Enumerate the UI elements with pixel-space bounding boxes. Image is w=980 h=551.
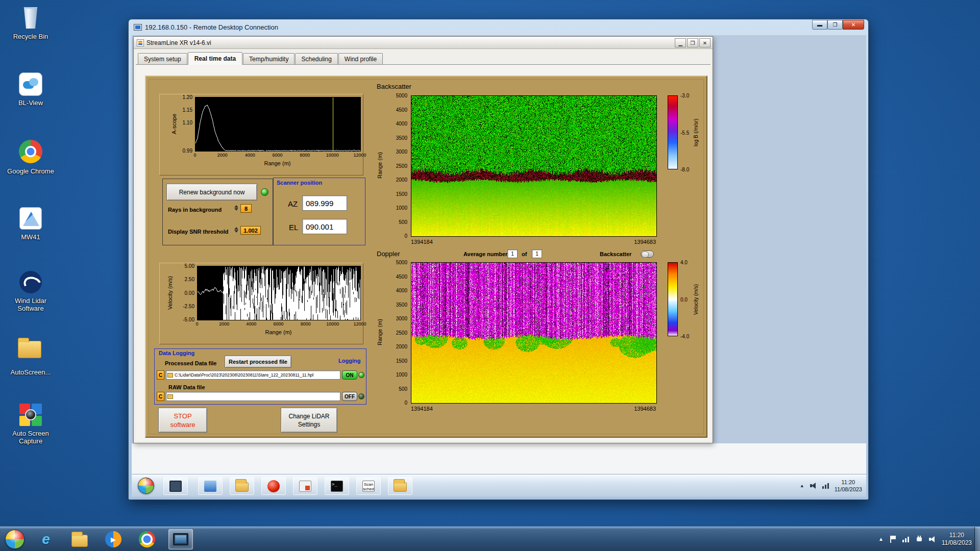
- change-button-line2: Settings: [298, 420, 320, 429]
- average-number-value[interactable]: 1: [507, 249, 518, 258]
- processed-drive-box[interactable]: C: [157, 370, 164, 380]
- mw41-icon: [18, 206, 43, 231]
- desktop-icon-label: BL-View: [4, 99, 57, 107]
- stop-button-line1: STOP: [174, 412, 191, 420]
- rdp-minimize-button[interactable]: ▬: [812, 20, 827, 30]
- streamline-maximize-button[interactable]: ❐: [687, 38, 698, 47]
- snr-spinner[interactable]: [233, 227, 239, 233]
- rays-spinner[interactable]: [233, 205, 239, 211]
- host-hidden-icons-button[interactable]: ▲: [878, 536, 884, 542]
- show-desktop-button[interactable]: [974, 527, 980, 551]
- tab-system-setup[interactable]: System setup: [138, 53, 187, 64]
- desktop-icon-google-chrome[interactable]: Google Chrome: [4, 139, 57, 175]
- doppler-y-ticks: 5000450040003500300025002000150010005000: [387, 262, 408, 403]
- desktop-icon-auto-screen-capture[interactable]: Auto Screen Capture: [4, 402, 57, 445]
- backscatter-doppler-toggle[interactable]: [641, 251, 654, 258]
- streamline-titlebar[interactable]: StreamLine XR v14-6.vi ▁ ❐ ✕: [134, 37, 713, 49]
- streamline-window-title: StreamLine XR v14-6.vi: [146, 39, 211, 46]
- host-taskbar-explorer[interactable]: [67, 529, 92, 549]
- remote-taskbar-folder[interactable]: [230, 477, 254, 495]
- raw-logging-off-switch[interactable]: OFF: [342, 392, 357, 401]
- folder-icon: [235, 482, 249, 492]
- raw-data-file-label: RAW Data file: [168, 384, 205, 390]
- action-center-flag-icon[interactable]: [889, 535, 897, 543]
- remote-taskbar-cmd[interactable]: >_: [325, 477, 349, 495]
- remote-taskbar-scan-sched[interactable]: Scan sched: [356, 477, 381, 495]
- doppler-plot-area: [411, 262, 657, 404]
- stop-software-button[interactable]: STOP software: [158, 408, 207, 433]
- rdp-close-button[interactable]: ✕: [843, 20, 864, 30]
- processed-data-file-label: Processed Data file: [165, 360, 217, 366]
- host-power-icon[interactable]: [915, 535, 923, 543]
- velocity-y-ticks: 5.002.500.00-2.50-5.00: [175, 266, 195, 319]
- rays-value[interactable]: 8: [240, 204, 252, 213]
- browse-folder-icon[interactable]: [167, 394, 173, 399]
- desktop-icon-label: AutoScreen...: [4, 368, 57, 376]
- host-clock-time: 11:20: [942, 532, 972, 539]
- bl-view-icon: [18, 71, 43, 97]
- host-taskbar-media-player[interactable]: ▶: [101, 529, 126, 549]
- remote-app-icon: [169, 481, 182, 492]
- remote-network-icon[interactable]: [822, 482, 830, 490]
- remote-volume-icon[interactable]: [809, 482, 817, 490]
- browse-folder-icon[interactable]: [167, 373, 173, 378]
- desktop-icon-bl-view[interactable]: BL-View: [4, 71, 57, 107]
- desktop-icon-wind-lidar[interactable]: Wind Lidar Software: [4, 269, 57, 312]
- backscatter-y-ticks: 5000450040003500300025002000150010005000: [387, 95, 408, 236]
- remote-taskbar-folder-2[interactable]: [388, 477, 412, 495]
- desktop-icon-autoscreen[interactable]: AutoScreen...: [4, 336, 57, 376]
- host-taskbar-chrome[interactable]: [135, 529, 159, 549]
- el-value[interactable]: 090.001: [302, 219, 347, 234]
- remote-start-button[interactable]: [138, 478, 154, 494]
- change-lidar-settings-button[interactable]: Change LiDAR Settings: [281, 408, 337, 433]
- remote-clock[interactable]: 11:20 11/08/2023: [835, 479, 862, 493]
- remote-taskbar-stop-app[interactable]: [261, 477, 286, 495]
- streamline-window: StreamLine XR v14-6.vi ▁ ❐ ✕ System setu…: [133, 36, 713, 443]
- processed-path-field[interactable]: C:\Lidar\Data\Proc\2023\202308\20230811\…: [166, 370, 340, 380]
- streamline-minimize-button[interactable]: ▁: [675, 38, 686, 47]
- az-value[interactable]: 089.999: [302, 195, 347, 211]
- folder-icon: [394, 482, 407, 492]
- renew-background-button[interactable]: Renew background now: [166, 184, 257, 201]
- host-network-icon[interactable]: [902, 535, 910, 543]
- host-taskbar-ie[interactable]: e: [34, 529, 58, 549]
- remote-taskbar-blue-app[interactable]: [198, 477, 223, 495]
- remote-hidden-icons-button[interactable]: ▲: [800, 483, 804, 488]
- desktop-icon-label: Auto Screen Capture: [4, 430, 57, 445]
- host-taskbar-rdp-active[interactable]: [168, 529, 193, 549]
- streamline-close-button[interactable]: ✕: [699, 38, 710, 47]
- rdp-titlebar[interactable]: 192.168.0.150 - Remote Desktop Connectio…: [129, 19, 868, 35]
- raw-drive-box[interactable]: C: [157, 392, 164, 401]
- remote-taskbar-app-5[interactable]: [293, 477, 317, 495]
- chrome-icon: [18, 140, 43, 165]
- stop-button-line2: software: [170, 420, 195, 429]
- logging-label: Logging: [338, 358, 360, 364]
- wind-lidar-icon: [18, 269, 43, 295]
- host-clock[interactable]: 11:20 11/08/2023: [942, 532, 972, 547]
- tab-bar: System setup Real time data Temp/humidit…: [136, 51, 710, 65]
- velocity-plot-area: [197, 266, 361, 320]
- host-start-button[interactable]: [5, 530, 24, 549]
- tab-wind-profile[interactable]: Wind profile: [338, 53, 383, 64]
- explorer-folder-icon: [71, 535, 88, 547]
- backscatter-colorbar: [668, 95, 678, 169]
- desktop-icon-recycle-bin[interactable]: Recycle Bin: [4, 5, 57, 40]
- remote-background-window: [132, 443, 866, 474]
- doppler-colorbar-label: Velocity (m/s): [693, 262, 699, 336]
- raw-path-field[interactable]: [166, 392, 340, 401]
- tab-real-time-data[interactable]: Real time data: [188, 52, 242, 65]
- tab-scheduling[interactable]: Scheduling: [295, 53, 337, 64]
- processed-logging-on-switch[interactable]: ON: [342, 370, 357, 380]
- tab-temp-humidity[interactable]: Temp/humidity: [243, 53, 295, 64]
- average-number-label: Average number: [463, 251, 507, 257]
- remote-taskbar-rdp-app[interactable]: [163, 477, 188, 495]
- desktop-icon-mw41[interactable]: MW41: [4, 206, 57, 241]
- restart-processed-file-button[interactable]: Restart processed file: [225, 356, 291, 368]
- host-volume-icon[interactable]: [928, 535, 937, 543]
- rdp-maximize-button[interactable]: ❐: [827, 20, 843, 30]
- remote-taskbar: >_ Scan sched ▲ 11:20 11/08/2023: [132, 474, 866, 496]
- snr-threshold-value[interactable]: 1.002: [240, 226, 261, 235]
- average-of-value[interactable]: 1: [532, 249, 542, 258]
- desktop-icon-label: Wind Lidar Software: [4, 297, 57, 312]
- desktop-icon-label: Recycle Bin: [4, 33, 57, 40]
